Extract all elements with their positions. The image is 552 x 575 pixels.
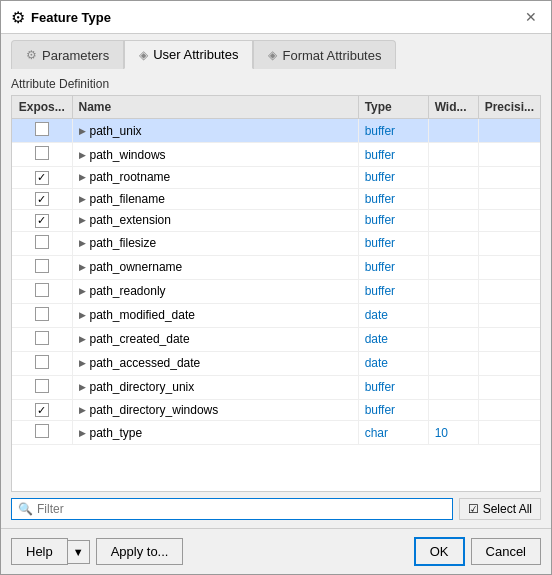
expand-arrow: ▶: [79, 286, 86, 296]
select-all-button[interactable]: ☑ Select All: [459, 498, 541, 520]
col-header-precision[interactable]: Precisi...: [478, 96, 540, 119]
row-name-text: path_modified_date: [90, 308, 195, 322]
row-type: buffer: [365, 192, 395, 206]
row-type: buffer: [365, 380, 395, 394]
tab-format-attributes[interactable]: ◈ Format Attributes: [253, 40, 396, 69]
tab-parameters-label: Parameters: [42, 48, 109, 63]
table-row: ▶path_filesizebuffer: [12, 231, 540, 255]
expose-checkbox[interactable]: [35, 424, 49, 438]
feature-type-icon: ⚙: [11, 8, 25, 27]
expose-checkbox[interactable]: [35, 331, 49, 345]
row-name-text: path_directory_windows: [90, 403, 219, 417]
table-row: ▶path_filenamebuffer: [12, 188, 540, 210]
close-button[interactable]: ✕: [521, 7, 541, 27]
col-header-name[interactable]: Name: [72, 96, 358, 119]
row-name-text: path_windows: [90, 148, 166, 162]
expand-arrow: ▶: [79, 238, 86, 248]
tab-parameters[interactable]: ⚙ Parameters: [11, 40, 124, 69]
expand-arrow: ▶: [79, 194, 86, 204]
row-type: buffer: [365, 284, 395, 298]
title-bar: ⚙ Feature Type ✕: [1, 1, 551, 34]
attribute-table-container: Expos... Name Type Wid... Precisi... ▶pa…: [11, 95, 541, 492]
row-type: date: [365, 356, 388, 370]
expand-arrow: ▶: [79, 172, 86, 182]
table-row: ▶path_created_datedate: [12, 327, 540, 351]
expose-checkbox[interactable]: [35, 146, 49, 160]
help-button[interactable]: Help: [11, 538, 68, 565]
col-header-width[interactable]: Wid...: [428, 96, 478, 119]
tab-format-attributes-label: Format Attributes: [282, 48, 381, 63]
table-header-row: Expos... Name Type Wid... Precisi...: [12, 96, 540, 119]
expose-checkbox[interactable]: [35, 379, 49, 393]
tab-user-attributes[interactable]: ◈ User Attributes: [124, 40, 253, 69]
expand-arrow: ▶: [79, 428, 86, 438]
row-name-text: path_unix: [90, 124, 142, 138]
section-label: Attribute Definition: [11, 77, 541, 91]
attribute-table: Expos... Name Type Wid... Precisi... ▶pa…: [12, 96, 540, 445]
window-title: Feature Type: [31, 10, 111, 25]
help-dropdown-button[interactable]: ▼: [68, 540, 90, 564]
table-row: ▶path_readonlybuffer: [12, 279, 540, 303]
table-body: ▶path_unixbuffer▶path_windowsbuffer▶path…: [12, 119, 540, 445]
select-all-icon: ☑: [468, 502, 479, 516]
table-row: ▶path_accessed_datedate: [12, 351, 540, 375]
table-row: ▶path_windowsbuffer: [12, 143, 540, 167]
table-row: ▶path_extensionbuffer: [12, 210, 540, 232]
expose-checkbox[interactable]: [35, 259, 49, 273]
parameters-icon: ⚙: [26, 48, 37, 62]
cancel-button[interactable]: Cancel: [471, 538, 541, 565]
ok-button[interactable]: OK: [414, 537, 465, 566]
row-type: buffer: [365, 148, 395, 162]
col-header-expose[interactable]: Expos...: [12, 96, 72, 119]
search-input-wrap[interactable]: 🔍: [11, 498, 453, 520]
row-type: date: [365, 332, 388, 346]
user-attr-icon: ◈: [139, 48, 148, 62]
row-name-text: path_extension: [90, 213, 171, 227]
expose-checkbox[interactable]: [35, 171, 49, 185]
row-name-text: path_type: [90, 426, 143, 440]
row-type: buffer: [365, 124, 395, 138]
row-name-text: path_rootname: [90, 170, 171, 184]
expose-checkbox[interactable]: [35, 235, 49, 249]
title-bar-left: ⚙ Feature Type: [11, 8, 111, 27]
row-type: buffer: [365, 403, 395, 417]
table-row: ▶path_directory_unixbuffer: [12, 375, 540, 399]
search-icon: 🔍: [18, 502, 33, 516]
row-name-text: path_directory_unix: [90, 380, 195, 394]
expose-checkbox[interactable]: [35, 214, 49, 228]
row-name-text: path_ownername: [90, 260, 183, 274]
expose-checkbox[interactable]: [35, 283, 49, 297]
expose-checkbox[interactable]: [35, 355, 49, 369]
footer: Help ▼ Apply to... OK Cancel: [1, 528, 551, 574]
main-content: Attribute Definition Expos... Name Type …: [1, 69, 551, 528]
expand-arrow: ▶: [79, 150, 86, 160]
row-type: buffer: [365, 213, 395, 227]
format-attr-icon: ◈: [268, 48, 277, 62]
select-all-label: Select All: [483, 502, 532, 516]
row-type: buffer: [365, 170, 395, 184]
expose-checkbox[interactable]: [35, 192, 49, 206]
col-header-type[interactable]: Type: [358, 96, 428, 119]
row-name-text: path_accessed_date: [90, 356, 201, 370]
search-input[interactable]: [37, 502, 446, 516]
row-name-text: path_filesize: [90, 236, 157, 250]
expand-arrow: ▶: [79, 382, 86, 392]
row-type: buffer: [365, 260, 395, 274]
expose-checkbox[interactable]: [35, 403, 49, 417]
row-type: buffer: [365, 236, 395, 250]
table-row: ▶path_directory_windowsbuffer: [12, 399, 540, 421]
tabs-bar: ⚙ Parameters ◈ User Attributes ◈ Format …: [1, 34, 551, 69]
expose-checkbox[interactable]: [35, 307, 49, 321]
expand-arrow: ▶: [79, 262, 86, 272]
apply-button[interactable]: Apply to...: [96, 538, 184, 565]
expose-checkbox[interactable]: [35, 122, 49, 136]
expand-arrow: ▶: [79, 310, 86, 320]
row-name-text: path_created_date: [90, 332, 190, 346]
footer-left: Help ▼: [11, 538, 90, 565]
expand-arrow: ▶: [79, 334, 86, 344]
row-type: char: [365, 426, 388, 440]
expand-arrow: ▶: [79, 405, 86, 415]
tab-user-attributes-label: User Attributes: [153, 47, 238, 62]
table-row: ▶path_modified_datedate: [12, 303, 540, 327]
table-row: ▶path_rootnamebuffer: [12, 167, 540, 189]
